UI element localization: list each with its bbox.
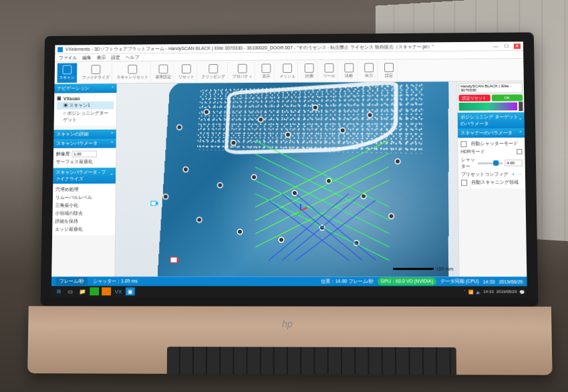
status-sync: データ同期 (CPU) [440,278,478,284]
scan-details-header[interactable]: スキャンの詳細 ˅ [53,130,116,139]
finalize-row-2[interactable]: 三角最小化 [55,202,113,210]
tray-notification-icon[interactable]: 💬 [519,289,524,294]
ribbon-export-label: 出力 [365,73,373,79]
windows-taskbar: ⊞ ▭ 📁 VX ▣ ˄ 📶 🔈 14:33 2019/08/29 💬 [51,286,527,297]
tree-root[interactable]: ▣ VXscan [57,95,114,102]
tray-date: 2019/08/29 [496,290,517,294]
finalize-row-5[interactable]: エッジ最適化 [55,225,112,233]
tree-item-scan1[interactable]: ▣ スキャン1 [57,102,114,110]
task-app-1[interactable] [90,287,99,295]
start-button[interactable]: ⊞ [54,287,63,295]
menu-view[interactable]: 表示 [97,54,106,61]
menu-help[interactable]: ヘルプ [126,54,140,61]
finalize-row-3[interactable]: 小領域の除去 [55,210,112,218]
device-ok-button[interactable]: OK [491,94,523,101]
device-config-reset-button[interactable]: 設定リセット [459,95,490,102]
ribbon-finalize-label: ファイナライズ [82,74,110,80]
ribbon-settings[interactable]: 設定 [380,61,398,81]
ribbon-measure[interactable]: 計測 [301,61,318,81]
reference-icon [159,64,168,73]
ribbon-display-label: 表示 [262,73,270,79]
taskview-icon[interactable]: ▭ [66,287,76,295]
checkbox-icon[interactable] [460,141,466,147]
tree-root-label: VXscan [63,96,80,101]
chevron-down-icon: ˅ [111,131,114,137]
ribbon-finalize[interactable]: ファイナライズ [80,63,112,83]
clip-icon [208,64,218,73]
task-app-3[interactable]: VX [114,287,123,295]
gear-icon [384,63,394,72]
export-icon [364,63,374,72]
chevron-up-icon: ˄ [112,85,114,91]
finalize-row-1[interactable]: リムーバルレベル [55,194,113,202]
nav-panel-header[interactable]: ナビゲーション ˄ [54,83,116,93]
hdr-toggle-icon[interactable] [517,149,522,154]
task-app-2[interactable] [102,287,111,295]
menu-config[interactable]: 設定 [111,54,120,61]
tree-item-targets[interactable]: ○ ポジショニングターゲット [57,110,114,124]
tray-time: 14:33 [483,290,493,294]
finalize-icon [92,65,101,74]
ribbon-mesh[interactable]: メッシュ [277,61,298,81]
ribbon-export[interactable]: 出力 [360,61,378,81]
scan-params-body: 解像度 サーフェス最適化 [53,148,116,168]
ribbon-scan[interactable]: スキャン [57,63,78,82]
exposure-meter [459,102,523,110]
finalize-row-4[interactable]: 詳細を保持 [55,217,112,225]
tree-item-scan1-label: スキャン1 [69,103,90,108]
add-icon[interactable]: ＋ [511,171,516,178]
hdr-row[interactable]: HDRモード [460,148,522,156]
status-time: 14:33 [483,279,495,284]
ribbon-tools[interactable]: ツール [321,61,338,81]
auto-shutter-row[interactable]: 自動シャッターモード [460,140,522,148]
finalize-row-0[interactable]: 穴埋め処理 [55,186,113,194]
shutter-input[interactable] [505,160,522,166]
scanner-params-header[interactable]: スキャナーのパラメータ˄ [458,128,525,138]
ribbon-clipping[interactable]: クリッピング [199,61,228,81]
auto-shutter-label: 自動シャッターモード [470,140,518,147]
shutter-slider[interactable] [478,162,503,164]
screen: VXelements - 3Dソフトウェアプラットフォーム - HandySCA… [51,41,527,297]
nav-tree: ▣ VXscan ▣ スキャン1 ○ ポジショニングターゲット [54,93,117,126]
tray-network-icon[interactable]: 📶 [468,289,473,294]
finalize-row-0-label: 穴埋め処理 [55,186,79,193]
right-panel: HandySCAN BLACK | Elite - 3070330 設定リセット… [456,81,527,277]
ribbon-display[interactable]: 表示 [257,61,275,81]
menu-edit[interactable]: 編集 [82,54,92,61]
preset-row[interactable]: プリセットコンフィグ ＋ － [461,170,523,178]
app-window: VXelements - 3Dソフトウェアプラットフォーム - HandySCA… [51,41,527,286]
checkbox-icon[interactable] [461,180,467,186]
scale-bar: 100 mm [393,266,454,271]
ribbon-properties[interactable]: プロパティ [231,61,255,81]
ribbon-compare[interactable]: 比較 [340,61,358,81]
system-tray[interactable]: ˄ 📶 🔈 14:33 2019/08/29 💬 [464,289,525,294]
ribbon-tools-label: ツール [323,73,335,79]
ribbon-reference-label: 基準設定 [156,74,172,80]
status-positioning: 位置：14.80 フレーム/秒 [321,278,373,284]
task-vxelements[interactable]: ▣ [126,287,135,295]
ribbon-reset[interactable]: リセット [176,62,197,82]
positioning-params-header[interactable]: ポジショニング ターゲットのパラメータ˅ [458,112,525,128]
scan-params-title: スキャンパラメータ [56,140,98,147]
finalize-header[interactable]: スキャンパラメータ - ファイナライズ ˄ [53,168,116,184]
ribbon-scanreset[interactable]: スキャンリセット [115,62,151,82]
props-icon [238,63,247,73]
scan-params-header[interactable]: スキャンパラメータ ˄ [53,139,116,148]
explorer-icon[interactable]: 📁 [78,287,87,295]
menu-file[interactable]: ファイル [59,54,77,61]
3d-viewport[interactable]: 100 mm [115,81,458,276]
tray-volume-icon[interactable]: 🔈 [476,289,480,294]
minimize-button[interactable]: — [492,43,499,49]
resolution-label: 解像度 [56,151,70,158]
remove-icon[interactable]: － [518,171,523,178]
auto-scan-area-row[interactable]: 自動スキャニング領域 [461,178,523,186]
close-button[interactable]: ✕ [514,43,521,49]
camera-marker-icon [150,199,159,208]
compare-icon [344,63,353,72]
resolution-input[interactable] [72,151,96,158]
maximize-button[interactable]: ☐ [503,43,510,49]
ribbon-properties-label: プロパティ [233,73,253,79]
scanner-marker-icon [170,256,179,265]
tray-chevron-icon[interactable]: ˄ [464,289,466,294]
ribbon-reference[interactable]: 基準設定 [154,62,174,82]
